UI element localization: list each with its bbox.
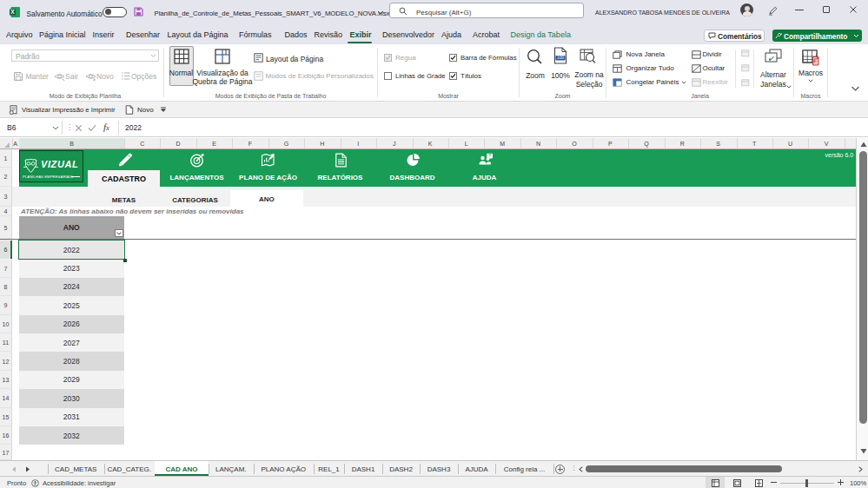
svg-text:X: X	[10, 9, 15, 15]
svg-text:100: 100	[557, 56, 564, 60]
svg-text:?: ?	[488, 153, 491, 158]
